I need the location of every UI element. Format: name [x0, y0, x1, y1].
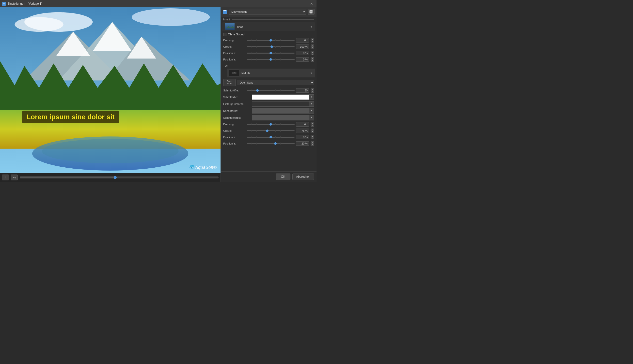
- groesse2-slider[interactable]: [247, 128, 295, 133]
- drehung2-row: Drehung: 0 ° ▲ ▼: [221, 121, 316, 128]
- positionx1-value[interactable]: 0 %: [296, 51, 309, 55]
- groesse2-row: Größe: 75 % ▲ ▼: [221, 128, 316, 134]
- svg-point-13: [42, 139, 178, 163]
- positiony1-slider[interactable]: [247, 57, 295, 62]
- groesse1-spinner[interactable]: ▲ ▼: [311, 44, 314, 49]
- groesse2-value[interactable]: 75 %: [296, 128, 309, 133]
- groesse1-slider[interactable]: [247, 44, 295, 49]
- schattenfarbe-swatch[interactable]: [252, 115, 309, 120]
- schriftgroesse-slider[interactable]: [247, 88, 295, 93]
- font-preview: Open Sans: [223, 79, 236, 86]
- positiony1-row: Position Y: 0 % ▲ ▼: [221, 56, 316, 63]
- ohne-sound-checkbox[interactable]: [223, 33, 227, 36]
- cancel-button[interactable]: Abbrechen: [292, 174, 314, 180]
- sky-bg: [0, 7, 221, 82]
- ok-button[interactable]: OK: [276, 174, 290, 180]
- schriftgroesse-value[interactable]: 30: [296, 88, 309, 93]
- groesse1-row: Größe: 100 % ▲ ▼: [221, 44, 316, 50]
- konturfarbe-swatch[interactable]: [252, 108, 309, 114]
- schriftgroesse-row: Schriftgröße: 30 ▲ ▼: [221, 87, 316, 94]
- positiony2-spinner[interactable]: ▲ ▼: [311, 141, 314, 146]
- template-dropdown[interactable]: Minivorlagen: [229, 9, 306, 14]
- positionx2-spinner[interactable]: ▲ ▼: [311, 135, 314, 139]
- drehung2-spinner[interactable]: ▲ ▼: [311, 122, 314, 126]
- bottom-buttons: OK Abbrechen: [221, 171, 316, 182]
- schattenfarbe-label: Schattenfarbe:: [223, 116, 250, 119]
- positiony2-value[interactable]: 20 %: [296, 141, 309, 146]
- preview-area: 🐬 AquaSoft® Lorem ipsum sine dolor sit ⏸…: [0, 7, 221, 182]
- hintergrundfarbe-swatch-container: ▼: [252, 101, 314, 107]
- konturfarbe-dropdown[interactable]: ▼: [309, 108, 314, 114]
- hintergrundfarbe-swatch[interactable]: [252, 101, 309, 107]
- positiony1-spinner[interactable]: ▲ ▼: [311, 57, 314, 62]
- positiony2-row: Position Y: 20 % ▲ ▼: [221, 140, 316, 147]
- positionx2-row: Position X: 0 % ▲ ▼: [221, 134, 316, 140]
- positionx1-slider[interactable]: [247, 51, 295, 56]
- konturfarbe-row: Konturfarbe: ▼: [221, 108, 316, 114]
- groesse1-value[interactable]: 100 %: [296, 44, 309, 49]
- ohne-sound-row: Ohne Sound: [221, 32, 316, 37]
- panel-header: Minivorlagen: [221, 7, 316, 16]
- timeline-thumb[interactable]: [114, 176, 117, 179]
- positiony2-label: Position Y:: [223, 142, 245, 145]
- positionx2-slider[interactable]: [247, 135, 295, 140]
- text-item-row: ⋮ ⬛⬛ Text 26 ▼: [222, 68, 315, 78]
- hintergrundfarbe-row: Hintergrundfarbe: ▼: [221, 100, 316, 108]
- preview-container: 🐬 AquaSoft® Lorem ipsum sine dolor sit: [0, 7, 221, 173]
- main-layout: 🐬 AquaSoft® Lorem ipsum sine dolor sit ⏸…: [0, 7, 316, 182]
- inhalt-expand-arrow[interactable]: ▼: [310, 26, 313, 28]
- schriftfarbe-swatch[interactable]: [252, 94, 309, 100]
- save-button[interactable]: [308, 9, 315, 15]
- positiony2-slider[interactable]: [247, 141, 295, 146]
- drehung1-value[interactable]: 0 °: [296, 38, 309, 42]
- schattenfarbe-row: Schattenfarbe: ▼: [221, 114, 316, 121]
- font-row: Open Sans Open Sans: [221, 78, 316, 87]
- drehung1-slider[interactable]: [247, 38, 295, 43]
- text-item-label: Text 26: [241, 72, 308, 74]
- ohne-sound-label: Ohne Sound: [228, 33, 244, 36]
- svg-rect-15: [224, 10, 227, 11]
- schriftfarbe-dropdown[interactable]: ▼: [309, 94, 314, 100]
- text-item[interactable]: ⬛⬛ Text 26 ▼: [227, 68, 315, 78]
- schriftfarbe-row: Schriftfarbe: ▼: [221, 94, 316, 100]
- inhalt-thumbnail: [225, 23, 235, 30]
- schattenfarbe-swatch-container: ▼: [252, 115, 314, 120]
- svg-rect-20: [310, 12, 312, 13]
- font-selector[interactable]: Open Sans: [237, 80, 314, 85]
- aquasoft-logo: 🐬 AquaSoft®: [188, 165, 217, 170]
- inhalt-item[interactable]: Inhalt ▼: [222, 22, 315, 31]
- drehung2-slider[interactable]: [247, 122, 295, 127]
- hintergrundfarbe-label: Hintergrundfarbe:: [223, 102, 250, 106]
- positionx2-value[interactable]: 0 %: [296, 135, 309, 139]
- close-button[interactable]: ✕: [309, 1, 315, 7]
- right-panel: Minivorlagen Inhalt: [221, 7, 316, 182]
- title-bar: ⚙ Einstellungen - "Vorlage 1" ✕: [0, 0, 316, 7]
- drehung1-spinner[interactable]: ▲ ▼: [311, 38, 314, 42]
- pause-button[interactable]: ⏸: [2, 174, 9, 180]
- drehung2-value[interactable]: 0 °: [296, 122, 309, 126]
- preview-image: 🐬 AquaSoft® Lorem ipsum sine dolor sit: [0, 7, 221, 173]
- rewind-button[interactable]: ⏮: [11, 174, 18, 180]
- text-section-label: Text: [221, 63, 316, 68]
- svg-rect-16: [224, 12, 227, 12]
- groesse2-spinner[interactable]: ▲ ▼: [311, 128, 314, 133]
- positionx2-label: Position X:: [223, 136, 245, 138]
- playback-bar: ⏸ ⏮: [0, 173, 221, 182]
- positionx1-spinner[interactable]: ▲ ▼: [311, 51, 314, 55]
- schattenfarbe-dropdown[interactable]: ▼: [309, 115, 314, 120]
- schriftgroesse-spinner[interactable]: ▲ ▼: [311, 88, 314, 93]
- text-expand-arrow[interactable]: ▼: [310, 72, 313, 74]
- drehung2-label: Drehung:: [223, 123, 245, 126]
- inhalt-section-label: Inhalt: [221, 16, 316, 22]
- hintergrundfarbe-dropdown[interactable]: ▼: [309, 101, 314, 107]
- schriftfarbe-label: Schriftfarbe:: [223, 96, 250, 98]
- three-dots[interactable]: ⋮: [222, 71, 226, 75]
- timeline[interactable]: [20, 176, 219, 178]
- app-icon: ⚙: [2, 2, 6, 6]
- schriftfarbe-swatch-container: ▼: [252, 94, 314, 100]
- groesse2-label: Größe:: [223, 129, 245, 132]
- drehung1-label: Drehung:: [223, 39, 245, 42]
- svg-point-12: [32, 136, 188, 170]
- positionx1-row: Position X: 0 % ▲ ▼: [221, 50, 316, 56]
- positiony1-value[interactable]: 0 %: [296, 57, 309, 62]
